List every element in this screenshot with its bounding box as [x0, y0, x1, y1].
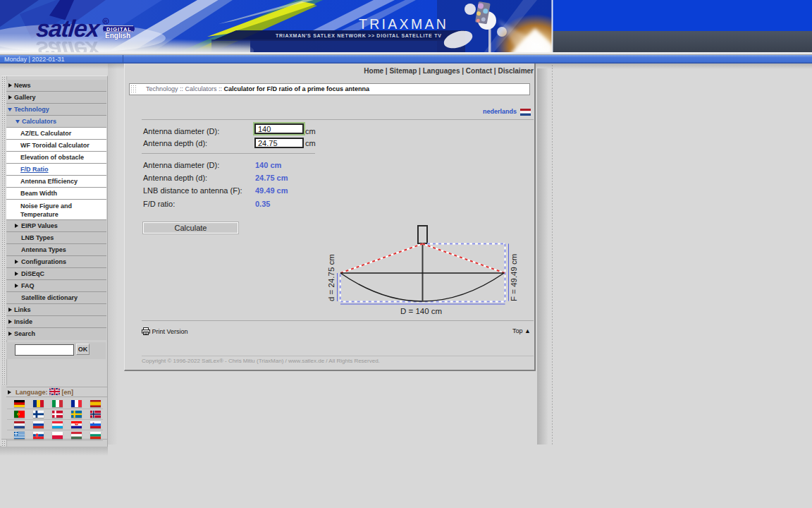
svg-text:F = 49.49 cm: F = 49.49 cm	[510, 254, 518, 301]
svg-text:TRIAXMAN'S SATLEX NETWORK >> D: TRIAXMAN'S SATLEX NETWORK >> DIGITAL SAT…	[276, 33, 442, 38]
svg-text:R: R	[104, 19, 108, 24]
svg-text:D = 140 cm: D = 140 cm	[400, 307, 442, 315]
svg-text:d = 24.75 cm: d = 24.75 cm	[327, 254, 336, 301]
svg-text:English: English	[105, 32, 130, 40]
svg-text:TRIAXMAN: TRIAXMAN	[359, 16, 448, 32]
svg-text:satlex: satlex	[35, 15, 103, 42]
